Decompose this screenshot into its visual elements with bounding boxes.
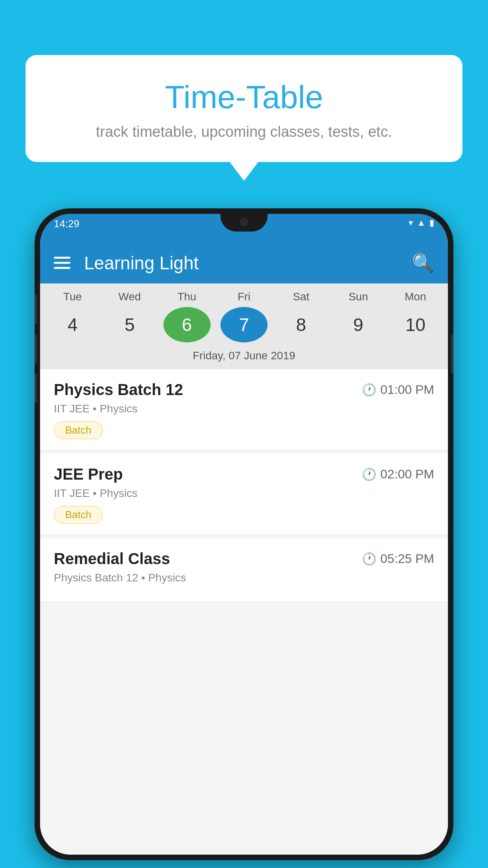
schedule-item-3[interactable]: Remedial Class 🕐 05:25 PM Physics Batch … [40, 538, 448, 602]
app-feature-subtitle: track timetable, upcoming classes, tests… [41, 123, 447, 140]
schedule-item-2[interactable]: JEE Prep 🕐 02:00 PM IIT JEE • Physics Ba… [40, 454, 448, 535]
schedule-item-3-header: Remedial Class 🕐 05:25 PM [54, 550, 434, 568]
hamburger-line-1 [54, 257, 70, 259]
date-6-today[interactable]: 6 [163, 307, 211, 342]
hamburger-line-3 [54, 267, 70, 269]
date-5[interactable]: 5 [106, 307, 153, 342]
day-sun: Sun [335, 291, 382, 303]
schedule-item-2-badge: Batch [54, 506, 103, 524]
schedule-item-2-header: JEE Prep 🕐 02:00 PM [54, 465, 434, 483]
power-button [451, 334, 453, 373]
schedule-item-3-time: 🕐 05:25 PM [362, 552, 434, 566]
date-9[interactable]: 9 [335, 307, 382, 342]
schedule-item-1[interactable]: Physics Batch 12 🕐 01:00 PM IIT JEE • Ph… [40, 369, 448, 451]
schedule-item-1-time: 🕐 01:00 PM [362, 383, 434, 397]
selected-date-label: Friday, 07 June 2019 [40, 346, 448, 369]
schedule-item-3-title: Remedial Class [54, 550, 170, 568]
day-numbers: 4 5 6 7 8 9 10 [40, 303, 448, 346]
volume-up-button [35, 295, 37, 324]
day-tue: Tue [49, 291, 96, 303]
schedule-item-1-subtitle: IIT JEE • Physics [54, 403, 434, 415]
schedule-item-2-subtitle: IIT JEE • Physics [54, 487, 434, 500]
app-feature-title: Time-Table [41, 79, 447, 116]
date-7-selected[interactable]: 7 [220, 307, 268, 342]
status-bar: 14:29 ▾ ▲ ▮ [40, 214, 448, 242]
day-fri: Fri [220, 291, 268, 303]
day-headers: Tue Wed Thu Fri Sat Sun Mon [40, 291, 448, 303]
camera [240, 218, 248, 226]
schedule-item-2-time: 🕐 02:00 PM [362, 467, 434, 482]
status-time: 14:29 [54, 218, 79, 230]
schedule-item-1-title: Physics Batch 12 [54, 381, 183, 399]
status-icons: ▾ ▲ ▮ [409, 218, 434, 228]
speech-bubble-container: Time-Table track timetable, upcoming cla… [26, 55, 462, 162]
phone-screen: 14:29 ▾ ▲ ▮ Learning Light 🔍 [40, 214, 448, 855]
phone-frame: 14:29 ▾ ▲ ▮ Learning Light 🔍 [35, 208, 453, 860]
schedule-item-3-subtitle: Physics Batch 12 • Physics [54, 572, 434, 584]
menu-button[interactable] [54, 257, 70, 269]
app-title: Learning Light [84, 252, 412, 274]
schedule-item-2-title: JEE Prep [54, 465, 123, 483]
date-8[interactable]: 8 [277, 307, 325, 342]
day-thu: Thu [163, 291, 211, 303]
date-4[interactable]: 4 [49, 307, 96, 342]
date-10[interactable]: 10 [392, 307, 439, 342]
hamburger-line-2 [54, 262, 70, 264]
wifi-icon: ▾ [409, 218, 413, 228]
calendar-strip: Tue Wed Thu Fri Sat Sun Mon 4 5 6 7 8 9 … [40, 283, 448, 369]
search-button[interactable]: 🔍 [412, 252, 434, 274]
schedule-item-1-badge: Batch [54, 421, 103, 439]
schedule-item-3-time-text: 05:25 PM [380, 552, 434, 566]
schedule-item-2-time-text: 02:00 PM [380, 467, 434, 482]
clock-icon-1: 🕐 [362, 383, 376, 397]
schedule-item-1-header: Physics Batch 12 🕐 01:00 PM [54, 381, 434, 399]
schedule-item-1-time-text: 01:00 PM [380, 383, 434, 397]
day-mon: Mon [392, 291, 439, 303]
day-sat: Sat [277, 291, 325, 303]
signal-icon: ▲ [417, 218, 426, 228]
day-wed: Wed [106, 291, 153, 303]
silent-button [35, 373, 37, 403]
app-bar: Learning Light 🔍 [40, 242, 448, 283]
schedule-list: Physics Batch 12 🕐 01:00 PM IIT JEE • Ph… [40, 369, 448, 855]
battery-icon: ▮ [429, 218, 434, 228]
clock-icon-2: 🕐 [362, 467, 376, 481]
notch [220, 214, 268, 232]
speech-bubble: Time-Table track timetable, upcoming cla… [26, 55, 462, 162]
clock-icon-3: 🕐 [362, 552, 376, 566]
volume-down-button [35, 334, 37, 364]
